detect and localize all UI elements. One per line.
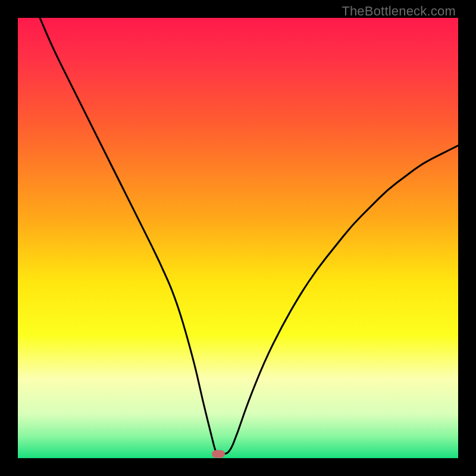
optimal-marker bbox=[212, 450, 225, 458]
plot-area bbox=[18, 18, 458, 458]
watermark-text: TheBottleneck.com bbox=[342, 4, 456, 19]
chart-frame: TheBottleneck.com bbox=[0, 0, 476, 476]
bottleneck-curve bbox=[18, 18, 458, 458]
